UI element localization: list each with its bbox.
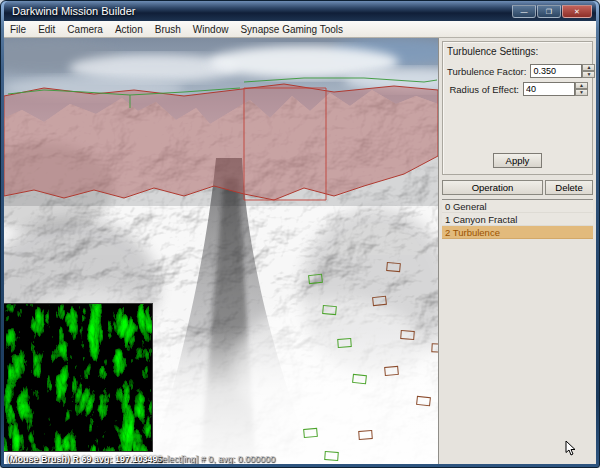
app-window: Darkwind Mission Builder — ❐ ✕ File Edit… — [0, 0, 600, 468]
list-item-general[interactable]: 0 General — [442, 200, 593, 213]
menu-item-synapse-gaming-tools[interactable]: Synapse Gaming Tools — [234, 23, 349, 36]
spinner-down-icon[interactable]: ▼ — [575, 89, 588, 96]
list-item-turbulence[interactable]: 2 Turbulence — [442, 226, 593, 239]
radius-of-effect-input[interactable] — [523, 82, 575, 96]
menu-item-brush[interactable]: Brush — [149, 23, 187, 36]
turbulence-factor-input[interactable] — [530, 64, 582, 78]
selection-status-text: Select[ing] # 0, avg: 0.000000 — [156, 454, 275, 464]
brush-noise-preview — [4, 304, 152, 451]
apply-button[interactable]: Apply — [493, 153, 543, 168]
radius-of-effect-row: Radius of Effect: ▲ ▼ — [447, 82, 588, 96]
maximize-button[interactable]: ❐ — [537, 5, 561, 18]
main-content: (Mouse Brush) R 69 avg: 197.103496 Selec… — [4, 38, 596, 464]
minimize-button[interactable]: — — [512, 5, 536, 18]
radius-of-effect-spinner: ▲ ▼ — [575, 82, 588, 96]
turbulence-settings-group: Turbulence Settings: Turbulence Factor: … — [442, 41, 593, 175]
group-title: Turbulence Settings: — [447, 46, 588, 57]
list-item-canyon-fractal[interactable]: 1 Canyon Fractal — [442, 213, 593, 226]
spinner-up-icon[interactable]: ▲ — [575, 82, 588, 89]
brush-status-text: (Mouse Brush) R 69 avg: 197.103496 — [7, 454, 163, 464]
close-button[interactable]: ✕ — [562, 5, 592, 18]
menu-item-edit[interactable]: Edit — [32, 23, 61, 36]
cursor-arrow-icon — [565, 441, 576, 456]
spinner-down-icon[interactable]: ▼ — [582, 71, 595, 78]
radius-of-effect-label: Radius of Effect: — [447, 84, 523, 95]
settings-panel: Turbulence Settings: Turbulence Factor: … — [438, 38, 596, 464]
menu-item-file[interactable]: File — [4, 23, 32, 36]
menu-item-action[interactable]: Action — [109, 23, 149, 36]
menu-item-window[interactable]: Window — [187, 23, 235, 36]
turbulence-factor-spinner: ▲ ▼ — [582, 64, 595, 78]
operation-row: Operation Delete — [442, 180, 593, 195]
operation-button[interactable]: Operation — [442, 180, 543, 195]
menu-bar: File Edit Camera Action Brush Window Syn… — [4, 21, 596, 38]
window-controls: — ❐ ✕ — [512, 5, 592, 18]
title-bar[interactable]: Darkwind Mission Builder — ❐ ✕ — [4, 1, 596, 21]
delete-button[interactable]: Delete — [545, 180, 593, 195]
edit-region-overlay — [4, 84, 438, 200]
spinner-up-icon[interactable]: ▲ — [582, 64, 595, 71]
turbulence-factor-label: Turbulence Factor: — [447, 66, 530, 77]
viewport-3d[interactable]: (Mouse Brush) R 69 avg: 197.103496 Selec… — [4, 38, 438, 464]
operation-list: 0 General 1 Canyon Fractal 2 Turbulence — [442, 199, 593, 239]
menu-item-camera[interactable]: Camera — [61, 23, 109, 36]
turbulence-factor-row: Turbulence Factor: ▲ ▼ — [447, 64, 588, 78]
window-title: Darkwind Mission Builder — [8, 5, 512, 17]
